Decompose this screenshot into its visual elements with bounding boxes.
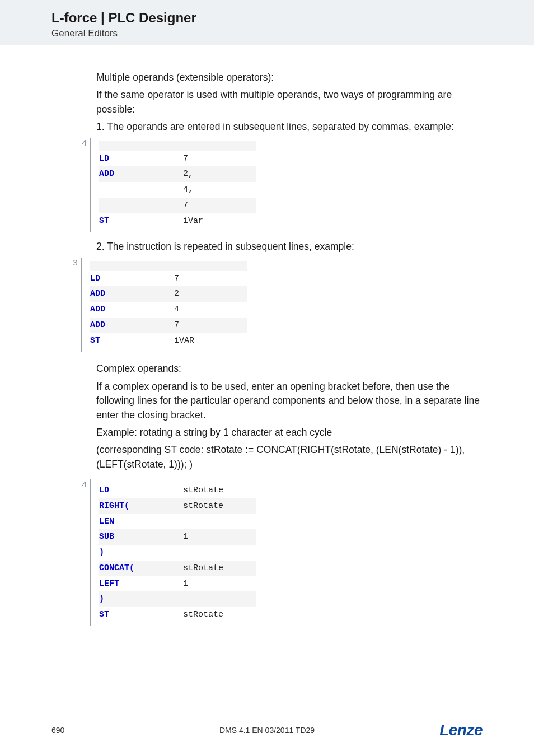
il-arg: 2: [174, 286, 247, 302]
il-table: LD7 ADD2 ADD4 ADD7 STiVAR: [90, 261, 247, 349]
code-gutter: 4: [82, 138, 87, 150]
il-arg: [183, 591, 256, 607]
il-op: ): [99, 591, 183, 607]
il-arg: [183, 514, 256, 530]
paragraph: 2. The instruction is repeated in subseq…: [96, 240, 483, 254]
table-row: ADD4: [90, 302, 247, 318]
il-arg: stRotate: [183, 498, 256, 514]
table-row: STiVAR: [90, 333, 247, 349]
il-op: ADD: [90, 318, 174, 333]
table-row: SUB1: [99, 529, 256, 545]
table-row: 4,: [99, 182, 256, 198]
il-arg: 7: [183, 151, 256, 167]
il-arg: 7: [174, 318, 247, 333]
table-row: STiVar: [99, 213, 256, 229]
il-op: ST: [99, 213, 183, 229]
il-arg: 2,: [183, 166, 256, 182]
il-arg: 4,: [183, 182, 256, 198]
il-arg: 1: [183, 576, 256, 592]
il-op: ADD: [90, 302, 174, 318]
paragraph: (corresponding ST code: stRotate := CONC…: [96, 443, 483, 472]
il-arg: [183, 545, 256, 561]
il-arg: 4: [174, 302, 247, 318]
paragraph: 1. The operands are entered in subsequen…: [96, 120, 483, 134]
page-number: 690: [51, 726, 64, 735]
il-op: LD: [99, 151, 183, 167]
il-op: CONCAT(: [99, 561, 183, 576]
page-header: L-force | PLC Designer General Editors: [0, 0, 534, 45]
page-footer: 690 DMS 4.1 EN 03/2011 TD29 Lenze: [0, 721, 534, 739]
il-op: [99, 182, 183, 198]
table-row: 7: [99, 198, 256, 213]
il-op: [99, 198, 183, 213]
il-op: LEFT: [99, 576, 183, 592]
page-body: Multiple operands (extensible operators)…: [0, 45, 534, 626]
table-row: LD7: [90, 271, 247, 287]
table-row: CONCAT(stRotate: [99, 561, 256, 576]
il-op: ADD: [90, 286, 174, 302]
il-arg: 1: [183, 529, 256, 545]
code-gutter: 3: [73, 258, 78, 270]
il-op: ST: [99, 607, 183, 623]
il-op: ST: [90, 333, 174, 349]
code-gutter: 4: [82, 479, 87, 492]
table-row: ADD2,: [99, 166, 256, 182]
code-example-1: 4 LD7 ADD2, 4, 7 STiVar: [82, 138, 483, 232]
table-row: LEN: [99, 514, 256, 530]
il-table: LD7 ADD2, 4, 7 STiVar: [99, 141, 256, 229]
table-row: ): [99, 591, 256, 607]
il-op: ADD: [99, 166, 183, 182]
il-arg: 7: [174, 271, 247, 287]
table-row: LD7: [99, 151, 256, 167]
il-op: LD: [99, 483, 183, 498]
il-table: LDstRotate RIGHT(stRotate LEN SUB1 ) CON…: [99, 483, 256, 623]
il-arg: 7: [183, 198, 256, 213]
code-example-3: 4 LDstRotate RIGHT(stRotate LEN SUB1 ) C…: [82, 479, 483, 626]
paragraph: If the same operator is used with multip…: [96, 88, 483, 116]
il-op: ): [99, 545, 183, 561]
table-row: ADD2: [90, 286, 247, 302]
il-op: RIGHT(: [99, 498, 183, 514]
paragraph: Complex operands:: [96, 362, 483, 376]
il-op: LD: [90, 271, 174, 287]
code-example-2: 3 LD7 ADD2 ADD4 ADD7 STiVAR: [73, 258, 483, 352]
document-id: DMS 4.1 EN 03/2011 TD29: [219, 726, 315, 735]
brand-logo: Lenze: [439, 721, 483, 739]
paragraph: Example: rotating a string by 1 characte…: [96, 426, 483, 440]
paragraph: If a complex operand is to be used, ente…: [96, 380, 483, 422]
il-arg: stRotate: [183, 607, 256, 623]
il-arg: iVAR: [174, 333, 247, 349]
table-row: LEFT1: [99, 576, 256, 592]
table-row: ): [99, 545, 256, 561]
table-row: STstRotate: [99, 607, 256, 623]
table-row: RIGHT(stRotate: [99, 498, 256, 514]
header-title: L-force | PLC Designer: [51, 10, 534, 26]
table-row: ADD7: [90, 318, 247, 333]
paragraph: Multiple operands (extensible operators)…: [96, 71, 483, 85]
table-row: LDstRotate: [99, 483, 256, 498]
il-arg: iVar: [183, 213, 256, 229]
il-arg: stRotate: [183, 561, 256, 576]
header-subtitle: General Editors: [51, 28, 534, 39]
il-op: SUB: [99, 529, 183, 545]
il-arg: stRotate: [183, 483, 256, 498]
il-op: LEN: [99, 514, 183, 530]
